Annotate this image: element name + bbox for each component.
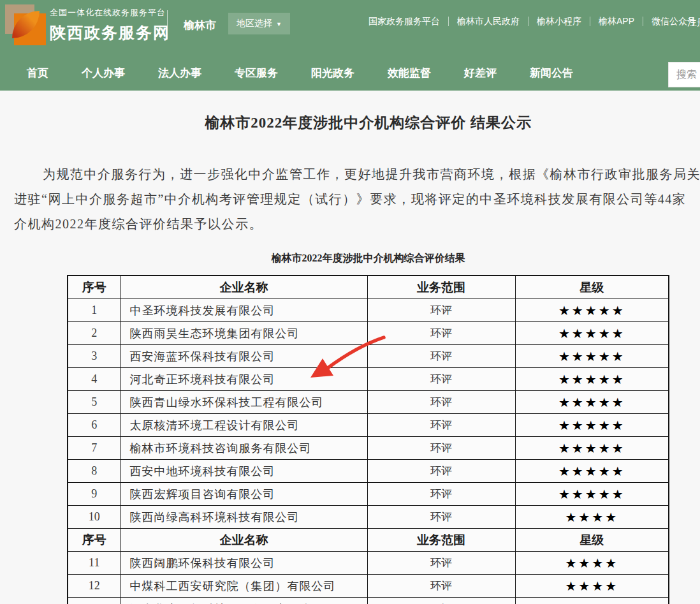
- site-name: 陕西政务服务网: [50, 22, 170, 43]
- table-row: 8西安中地环境科技有限公司环评★★★★★: [68, 460, 669, 483]
- row-number: 12: [68, 575, 120, 598]
- star-rating: ★★★★: [515, 552, 669, 575]
- nav-item-6[interactable]: 好差评: [464, 66, 497, 80]
- company-name: 渭南华山环保科技发展有限责任公司: [120, 598, 367, 604]
- row-number: 9: [68, 483, 120, 506]
- register-link[interactable]: 注册: [687, 17, 700, 27]
- table-row: 1中圣环境科技发展有限公司环评★★★★★: [68, 299, 669, 322]
- company-name: 陕西青山绿水环保科技工程有限公司: [120, 391, 367, 414]
- column-header: 企业名称: [120, 529, 367, 552]
- business-scope: 环评: [367, 575, 515, 598]
- region-selector-button[interactable]: 地区选择▼: [228, 13, 290, 34]
- paragraph-line: 介机构2022年度综合评价结果予以公示。: [0, 212, 700, 237]
- star-rating: ★★★★★: [515, 322, 669, 345]
- business-scope: 环评: [367, 552, 515, 575]
- business-scope: 环评: [367, 368, 515, 391]
- row-number: 1: [68, 299, 120, 322]
- row-number: 7: [68, 437, 120, 460]
- company-name: 中煤科工西安研究院（集团）有限公司: [120, 575, 367, 598]
- page-title: 榆林市2022年度涉批中介机构综合评价 结果公示: [0, 111, 700, 135]
- company-name: 西安中地环境科技有限公司: [120, 460, 367, 483]
- announcement-paragraph: 为规范中介服务行为，进一步强化中介监管工作，更好地提升我市营商环境，根据《榆林市…: [0, 162, 700, 237]
- business-scope: 环评: [367, 437, 515, 460]
- row-number: 11: [68, 552, 120, 575]
- star-rating: ★★★★★: [515, 414, 669, 437]
- nav-item-1[interactable]: 个人办事: [82, 66, 125, 80]
- row-number: 2: [68, 322, 120, 345]
- current-city-label: 榆林市: [184, 18, 216, 33]
- star-rating: ★★★★★: [515, 460, 669, 483]
- business-scope: 环评: [367, 460, 515, 483]
- nav-item-2[interactable]: 法人办事: [158, 66, 201, 80]
- row-number: 10: [68, 506, 120, 529]
- table-row: 9陕西宏辉项目咨询有限公司环评★★★★★: [68, 483, 669, 506]
- column-header: 序号: [68, 529, 120, 552]
- nav-item-5[interactable]: 效能监督: [388, 66, 431, 80]
- business-scope: 环评: [367, 414, 515, 437]
- business-scope: 环评: [367, 345, 515, 368]
- column-header: 业务范围: [367, 529, 515, 552]
- table-row: 4河北奇正环境科技有限公司环评★★★★★: [68, 368, 669, 391]
- column-header: 业务范围: [367, 276, 515, 299]
- row-number: 3: [68, 345, 120, 368]
- table-row: 12中煤科工西安研究院（集团）有限公司环评★★★★: [68, 575, 669, 598]
- star-rating: ★★★★★: [515, 483, 669, 506]
- brand-text: 全国一体化在线政务服务平台 陕西政务服务网: [50, 7, 170, 43]
- nav-item-0[interactable]: 首页: [27, 66, 48, 80]
- evaluation-table: 序号企业名称业务范围星级1中圣环境科技发展有限公司环评★★★★★2陕西雨昊生态环…: [67, 275, 669, 604]
- business-scope: 环评: [367, 598, 515, 604]
- top-external-links: 国家政务服务平台榆林市人民政府榆林小程序榆林APP微信公众号: [368, 17, 700, 26]
- company-name: 陕西阔鹏环保科技有限公司: [120, 552, 367, 575]
- row-number: 4: [68, 368, 120, 391]
- top-link-2[interactable]: 榆林小程序: [529, 17, 590, 26]
- star-rating: ★★★★: [515, 598, 669, 604]
- company-name: 陕西尚绿高科环境科技有限公司: [120, 506, 367, 529]
- nav-item-3[interactable]: 专区服务: [235, 66, 278, 80]
- column-header: 序号: [68, 276, 120, 299]
- top-link-1[interactable]: 榆林市人民政府: [449, 17, 529, 26]
- table-row: 3西安海蓝环保科技有限公司环评★★★★★: [68, 345, 669, 368]
- paragraph-line: 为规范中介服务行为，进一步强化中介监管工作，更好地提升我市营商环境，根据《榆林市…: [0, 162, 700, 187]
- table-header-row: 序号企业名称业务范围星级: [68, 529, 669, 552]
- search-input[interactable]: [668, 62, 700, 87]
- business-scope: 环评: [367, 322, 515, 345]
- auth-links: 注册: [687, 17, 700, 29]
- company-name: 陕西宏辉项目咨询有限公司: [120, 483, 367, 506]
- table-row: 7榆林市环境科技咨询服务有限公司环评★★★★★: [68, 437, 669, 460]
- paragraph-line: 进驻“网上中介服务超市”中介机构考评管理规定（试行）》要求，现将评定的中圣环境科…: [0, 187, 700, 212]
- site-logo-icon[interactable]: [5, 4, 46, 45]
- table-row: 6太原核清环境工程设计有限公司环评★★★★★: [68, 414, 669, 437]
- business-scope: 环评: [367, 299, 515, 322]
- company-name: 太原核清环境工程设计有限公司: [120, 414, 367, 437]
- announcement-content: 榆林市2022年度涉批中介机构综合评价 结果公示 为规范中介服务行为，进一步强化…: [0, 91, 700, 604]
- table-row: 2陕西雨昊生态环境集团有限公司环评★★★★★: [68, 322, 669, 345]
- row-number: 8: [68, 460, 120, 483]
- table-row: 5陕西青山绿水环保科技工程有限公司环评★★★★★: [68, 391, 669, 414]
- business-scope: 环评: [367, 483, 515, 506]
- star-rating: ★★★★: [515, 506, 669, 529]
- column-header: 企业名称: [120, 276, 367, 299]
- star-rating: ★★★★★: [515, 437, 669, 460]
- header-divider: [167, 10, 168, 40]
- company-name: 榆林市环境科技咨询服务有限公司: [120, 437, 367, 460]
- star-rating: ★★★★★: [515, 368, 669, 391]
- company-name: 西安海蓝环保科技有限公司: [120, 345, 367, 368]
- top-link-3[interactable]: 榆林APP: [590, 17, 643, 26]
- nav-item-7[interactable]: 新闻公告: [530, 66, 573, 80]
- company-name: 陕西雨昊生态环境集团有限公司: [120, 322, 367, 345]
- table-caption: 榆林市2022年度涉批中介机构综合评价结果: [0, 251, 700, 265]
- row-number: 6: [68, 414, 120, 437]
- region-selector-label: 地区选择: [237, 18, 272, 28]
- nav-item-4[interactable]: 阳光政务: [311, 66, 354, 80]
- evaluation-table-body: 序号企业名称业务范围星级1中圣环境科技发展有限公司环评★★★★★2陕西雨昊生态环…: [68, 276, 669, 604]
- table-row: 10陕西尚绿高科环境科技有限公司环评★★★★: [68, 506, 669, 529]
- business-scope: 环评: [367, 506, 515, 529]
- chevron-down-icon: ▼: [276, 21, 282, 27]
- table-row: 11陕西阔鹏环保科技有限公司环评★★★★: [68, 552, 669, 575]
- top-link-0[interactable]: 国家政务服务平台: [368, 17, 449, 26]
- main-navigation: 首页个人办事法人办事专区服务阳光政务效能监督好差评新闻公告: [0, 55, 700, 91]
- table-header-row: 序号企业名称业务范围星级: [68, 276, 669, 299]
- platform-tagline: 全国一体化在线政务服务平台: [50, 7, 170, 18]
- column-header: 星级: [515, 529, 669, 552]
- column-header: 星级: [515, 276, 669, 299]
